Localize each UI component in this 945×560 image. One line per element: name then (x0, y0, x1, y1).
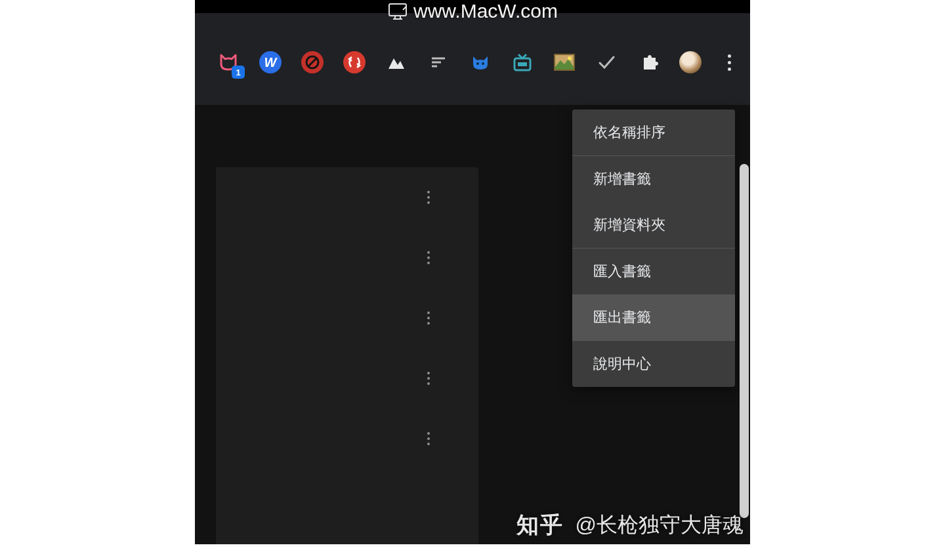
ext-swap-icon[interactable] (343, 51, 366, 73)
menu-sort-by-name[interactable]: 依名稱排序 (572, 110, 735, 155)
list-row[interactable] (216, 348, 478, 409)
zhihu-logo-text: 知乎 (516, 510, 564, 540)
ext-blue-cat-icon[interactable] (469, 51, 492, 73)
browser-menu-icon[interactable] (721, 51, 737, 73)
watermark-text: www.MacW.com (413, 0, 558, 22)
ext-blocked-icon[interactable] (301, 51, 324, 73)
ext-mountain-icon[interactable] (385, 51, 408, 73)
ext-picture-icon[interactable] (553, 51, 576, 73)
row-menu-icon[interactable] (422, 369, 435, 388)
monitor-icon (387, 2, 408, 20)
list-row[interactable] (216, 409, 478, 469)
badge-count: 1 (232, 66, 245, 79)
svg-rect-9 (518, 62, 527, 66)
bookmark-list-panel (216, 167, 478, 544)
ext-w-icon[interactable]: W (259, 51, 282, 73)
row-menu-icon[interactable] (422, 429, 435, 449)
ext-tv-icon[interactable] (511, 51, 534, 73)
watermark-top: www.MacW.com (387, 0, 558, 22)
bookmark-organize-menu: 依名稱排序 新增書籤 新增資料夾 匯入書籤 匯出書籤 說明中心 (572, 110, 735, 387)
menu-add-bookmark[interactable]: 新增書籤 (572, 156, 735, 202)
ext-puzzle-icon[interactable] (637, 51, 660, 73)
profile-avatar[interactable] (679, 51, 702, 73)
scrollbar-thumb[interactable] (740, 164, 749, 518)
svg-point-11 (568, 56, 572, 60)
list-row[interactable] (216, 228, 478, 288)
row-menu-icon[interactable] (422, 248, 435, 268)
list-row[interactable] (216, 167, 478, 228)
menu-export-bookmarks[interactable]: 匯出書籤 (572, 294, 735, 340)
menu-import-bookmarks[interactable]: 匯入書籤 (572, 249, 735, 294)
menu-add-folder[interactable]: 新增資料夾 (572, 202, 735, 248)
row-menu-icon[interactable] (422, 188, 435, 207)
menu-help-center[interactable]: 說明中心 (572, 341, 735, 387)
watermark-bottom: 知乎 @长枪独守大唐魂 (516, 510, 744, 540)
extension-toolbar: 1 W (195, 39, 750, 85)
author-handle: @长枪独守大唐魂 (576, 511, 744, 540)
ext-check-icon[interactable] (595, 51, 618, 73)
svg-point-6 (476, 62, 479, 65)
row-menu-icon[interactable] (422, 308, 435, 328)
ext-sort-icon[interactable] (427, 51, 450, 73)
ext-cat-icon[interactable]: 1 (217, 51, 240, 73)
list-row[interactable] (216, 288, 478, 348)
svg-line-2 (308, 58, 316, 66)
svg-point-7 (482, 62, 484, 65)
screenshot-frame: www.MacW.com 1 W (195, 0, 750, 544)
